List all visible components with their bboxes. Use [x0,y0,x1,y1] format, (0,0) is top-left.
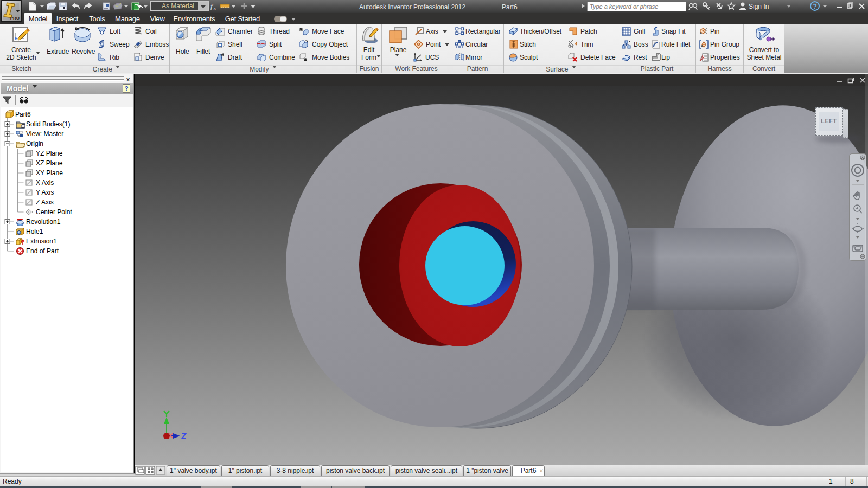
svg-text:Sign In: Sign In [749,3,769,10]
svg-text:?: ? [813,3,817,10]
svg-text:As Material: As Material [162,2,194,10]
svg-text:x: x [213,5,216,11]
